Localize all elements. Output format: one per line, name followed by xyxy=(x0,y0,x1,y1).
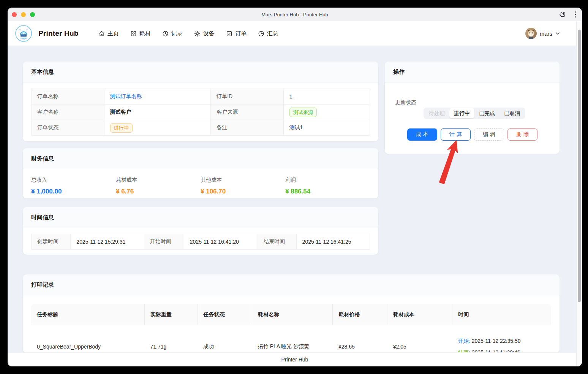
pie-chart-icon xyxy=(258,30,264,37)
nav-item-orders[interactable]: 订单 xyxy=(226,30,247,37)
nav-item-home[interactable]: 主页 xyxy=(98,30,119,37)
svg-text:PRINTER: PRINTER xyxy=(21,38,27,39)
finance-label: 总收入 xyxy=(31,177,116,184)
order-id-label: 订单ID xyxy=(211,89,284,105)
card-title: 时间信息 xyxy=(31,214,54,221)
finance-item-revenue: 总收入 ¥ 1,000.00 xyxy=(31,177,116,195)
edit-button[interactable]: 编辑 xyxy=(474,128,504,141)
nav-label: 主页 xyxy=(107,30,119,37)
cell-material-cost: ¥2.05 xyxy=(387,325,452,353)
card-title: 打印记录 xyxy=(31,281,54,288)
minimize-window-button[interactable] xyxy=(21,12,26,17)
brand-title: Printer Hub xyxy=(38,29,79,38)
user-menu[interactable]: mars xyxy=(525,28,567,39)
col-material-cost: 耗材成本 xyxy=(387,304,452,325)
start-time-prefix: 开始: xyxy=(458,338,470,344)
scrollbar-thumb[interactable] xyxy=(578,30,581,302)
end-time-value: 2025-11-12 16:41:25 xyxy=(296,234,370,250)
browser-window: Mars Printer Hub - Printer Hub PRINTER H… xyxy=(8,8,582,366)
remark-label: 备注 xyxy=(211,120,284,136)
finance-item-other-cost: 其他成本 ¥ 106.70 xyxy=(201,177,285,195)
operations-header: 操作 xyxy=(385,62,560,82)
table-header-row: 任务标题 实际重量 任务状态 耗材名称 耗材价格 耗材成本 时间 xyxy=(31,304,551,325)
customer-name-label: 客户名称 xyxy=(32,105,104,120)
start-time-value: 2025-11-12 16:41:20 xyxy=(184,234,258,250)
end-time-label: 结束时间 xyxy=(258,234,297,250)
calculate-button[interactable]: 计算 xyxy=(441,128,471,141)
nav-label: 汇总 xyxy=(267,30,278,37)
scrollbar xyxy=(576,22,582,366)
cell-material-price: ¥28.65 xyxy=(333,325,387,353)
footer-text: Printer Hub xyxy=(281,357,308,363)
order-name-label: 订单名称 xyxy=(32,89,104,105)
traffic-lights xyxy=(8,12,35,17)
time-info-table: 创建时间 2025-11-12 15:29:31 开始时间 2025-11-12… xyxy=(31,234,370,250)
close-window-button[interactable] xyxy=(12,12,17,17)
nav-item-summary[interactable]: 汇总 xyxy=(258,30,278,37)
materials-grid-icon xyxy=(130,30,137,37)
update-status-label: 更新状态 xyxy=(395,99,416,106)
card-title: 操作 xyxy=(393,68,405,76)
row-start-time: 2025-11-12 22:35:50 xyxy=(472,338,521,344)
nav-item-materials[interactable]: 耗材 xyxy=(130,30,151,37)
cell-task-status: 成功 xyxy=(198,325,252,353)
main-content: 基本信息 订单名称 测试订单名称 订单ID 1 客户名称 测试客户 客户来源 xyxy=(8,46,582,353)
col-material-price: 耗材价格 xyxy=(333,304,387,325)
home-icon xyxy=(98,30,105,37)
finance-value: ¥ 886.54 xyxy=(285,188,370,195)
nav-label: 记录 xyxy=(171,30,183,37)
status-option-completed[interactable]: 已完成 xyxy=(474,108,499,118)
start-time-label: 开始时间 xyxy=(144,234,184,250)
customer-source-badge: 测试来源 xyxy=(289,108,317,117)
basic-info-card: 基本信息 订单名称 测试订单名称 订单ID 1 客户名称 测试客户 客户来源 xyxy=(23,62,378,141)
print-records-table: 任务标题 实际重量 任务状态 耗材名称 耗材价格 耗材成本 时间 0_Squar… xyxy=(31,304,551,353)
page-footer: Printer Hub xyxy=(8,352,582,366)
status-option-cancelled[interactable]: 已取消 xyxy=(499,108,525,118)
nav-item-devices[interactable]: 设备 xyxy=(194,30,215,37)
nav-label: 耗材 xyxy=(139,30,151,37)
print-records-card: 打印记录 任务标题 实际重量 任务状态 耗材名称 耗材价格 xyxy=(23,274,560,353)
finance-value: ¥ 6.76 xyxy=(116,188,201,195)
order-id-value: 1 xyxy=(283,89,370,105)
finance-label: 其他成本 xyxy=(201,177,285,184)
created-time-value: 2025-11-12 15:29:31 xyxy=(71,234,144,250)
nav-label: 订单 xyxy=(235,30,247,37)
col-task-status: 任务状态 xyxy=(198,304,252,325)
chevron-down-icon xyxy=(555,31,560,36)
remark-value: 测试1 xyxy=(283,120,370,136)
order-check-icon xyxy=(226,30,232,37)
gear-icon xyxy=(194,30,201,37)
card-title: 财务信息 xyxy=(31,155,54,162)
table-row: 0_SquareBear_UpperBody 71.71g 成功 拓竹 PLA … xyxy=(31,325,551,353)
svg-text:HUB: HUB xyxy=(22,39,25,40)
extensions-puzzle-icon[interactable] xyxy=(559,11,566,18)
zoom-window-button[interactable] xyxy=(30,12,35,17)
order-status-label: 订单状态 xyxy=(32,120,104,136)
screenshot-root: { "titlebar": { "title": "Mars Printer H… xyxy=(0,0,588,374)
cell-actual-weight: 71.71g xyxy=(144,325,198,353)
operations-card: 操作 更新状态 待处理 进行中 已完成 已取消 成本 计算 编辑 删除 xyxy=(385,62,560,154)
finance-value: ¥ 106.70 xyxy=(201,188,285,195)
finance-value: ¥ 1,000.00 xyxy=(31,188,116,195)
order-name-link[interactable]: 测试订单名称 xyxy=(110,93,142,99)
basic-info-header: 基本信息 xyxy=(23,62,378,82)
finance-card: 财务信息 总收入 ¥ 1,000.00 耗材成本 ¥ 6.76 其他成本 ¥ 1… xyxy=(23,148,378,198)
finance-item-profit: 利润 ¥ 886.54 xyxy=(285,177,370,195)
browser-menu-icon[interactable] xyxy=(575,11,576,18)
app-logo[interactable]: PRINTER HUB xyxy=(15,25,32,42)
finance-label: 耗材成本 xyxy=(116,177,201,184)
status-option-pending[interactable]: 待处理 xyxy=(424,108,449,118)
delete-button[interactable]: 删除 xyxy=(507,128,537,141)
col-task-title: 任务标题 xyxy=(31,304,144,325)
time-info-card: 时间信息 创建时间 2025-11-12 15:29:31 开始时间 2025-… xyxy=(23,207,378,255)
finance-header: 财务信息 xyxy=(23,148,378,169)
order-status-badge: 进行中 xyxy=(110,123,133,133)
basic-info-table: 订单名称 测试订单名称 订单ID 1 客户名称 测试客户 客户来源 测试来源 订… xyxy=(31,89,370,136)
nav-label: 设备 xyxy=(203,30,215,37)
customer-name-value: 测试客户 xyxy=(104,105,211,120)
cost-button[interactable]: 成本 xyxy=(407,128,437,141)
time-info-header: 时间信息 xyxy=(23,207,378,228)
nav-item-records[interactable]: 记录 xyxy=(162,30,183,37)
status-option-in-progress[interactable]: 进行中 xyxy=(449,108,474,118)
created-time-label: 创建时间 xyxy=(32,234,71,250)
